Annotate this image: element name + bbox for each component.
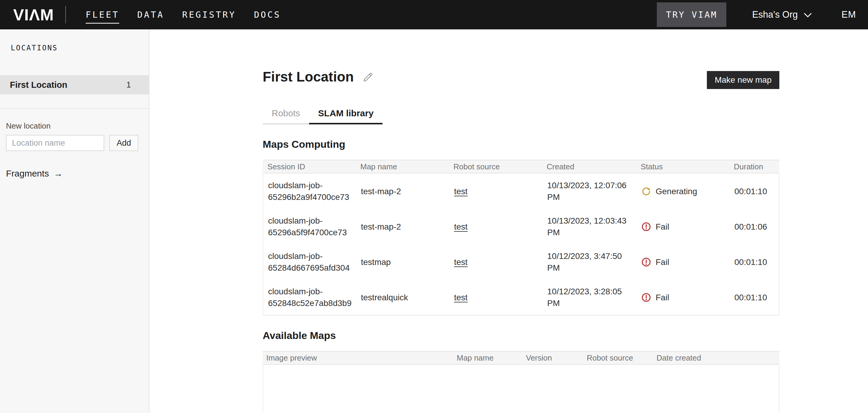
fail-alert-icon (641, 222, 651, 232)
robot-source-link[interactable]: test (454, 258, 468, 267)
col-status: Status (636, 162, 729, 171)
locations-sidebar: LOCATIONS First Location 1 New location … (0, 29, 150, 413)
fragments-label: Fragments (6, 169, 49, 179)
maps-computing-body: cloudslam-job-65296b2a9f4700ce73 test-ma… (263, 174, 779, 316)
tab-robots[interactable]: Robots (263, 108, 309, 124)
col-created: Created (542, 162, 636, 171)
top-nav: VIΛM FLEET DATA REGISTRY DOCS TRY VIAM E… (0, 0, 868, 29)
arrow-right-icon: → (54, 169, 63, 179)
nav-link-registry[interactable]: REGISTRY (182, 9, 236, 20)
available-maps-empty-body (263, 365, 779, 413)
status-label: Fail (656, 256, 669, 268)
robot-source-cell: test (449, 185, 542, 197)
location-robot-count: 1 (126, 80, 131, 90)
map-name-cell: test-map-2 (356, 221, 449, 233)
location-name: First Location (10, 80, 67, 90)
nav-link-fleet[interactable]: FLEET (86, 9, 119, 24)
location-name-input[interactable] (6, 135, 104, 151)
robot-source-cell: test (449, 221, 542, 233)
duration-cell: 00:01:10 (730, 256, 779, 268)
org-switcher[interactable]: Esha's Org (752, 9, 811, 20)
page-title: First Location (263, 70, 354, 84)
col-session-id: Session ID (263, 162, 355, 171)
col-duration: Duration (729, 162, 779, 171)
col-image-preview: Image preview (263, 353, 453, 363)
maps-computing-table: Session ID Map name Robot source Created… (263, 160, 779, 316)
try-viam-button[interactable]: TRY VIAM (657, 2, 726, 27)
user-menu[interactable]: EM (842, 9, 856, 20)
status-label: Fail (656, 221, 669, 233)
col-date-created: Date created (653, 353, 779, 363)
tabs: Robots SLAM library (263, 108, 779, 124)
col-map-name: Map name (355, 162, 449, 171)
session-id-cell: cloudslam-job-65284d667695afd304 (263, 250, 356, 274)
created-cell: 10/12/2023, 3:47:50 PM (542, 250, 637, 274)
col-map-name: Map name (453, 353, 522, 363)
table-row: cloudslam-job-65296b2a9f4700ce73 test-ma… (263, 174, 779, 209)
map-name-cell: testrealquick (356, 292, 449, 303)
edit-pencil-icon[interactable] (363, 71, 373, 84)
available-maps-header-row: Image preview Map name Version Robot sou… (263, 351, 779, 365)
robot-source-cell: test (449, 256, 542, 268)
available-maps-heading: Available Maps (263, 329, 779, 342)
map-name-cell: test-map-2 (356, 185, 449, 197)
org-name: Esha's Org (752, 9, 798, 20)
session-id-cell: cloudslam-job-652848c52e7ab8d3b9 (263, 286, 356, 309)
nav-divider (65, 6, 66, 23)
col-version: Version (522, 353, 583, 363)
created-cell: 10/13/2023, 12:03:43 PM (542, 215, 637, 238)
tab-slam-library[interactable]: SLAM library (309, 108, 382, 124)
status-cell: Generating (637, 185, 730, 197)
duration-cell: 00:01:10 (730, 292, 779, 303)
status-cell: Fail (637, 256, 730, 268)
duration-cell: 00:01:06 (730, 221, 779, 233)
add-location-button[interactable]: Add (109, 135, 138, 151)
status-cell: Fail (637, 221, 730, 233)
maps-computing-heading: Maps Computing (263, 138, 779, 151)
robot-source-cell: test (449, 292, 542, 303)
fragments-link[interactable]: Fragments → (6, 169, 63, 179)
status-label: Fail (656, 292, 669, 303)
maps-computing-header-row: Session ID Map name Robot source Created… (263, 160, 779, 174)
title-row: First Location Make new map (263, 70, 779, 89)
new-location-label: New location (6, 121, 149, 131)
chevron-down-icon (804, 9, 812, 20)
session-id-cell: cloudslam-job-65296a5f9f4700ce73 (263, 215, 356, 238)
new-location-row: Add (6, 135, 149, 151)
created-cell: 10/12/2023, 3:28:05 PM (542, 286, 637, 309)
available-maps-table: Image preview Map name Version Robot sou… (263, 351, 779, 413)
nav-links: FLEET DATA REGISTRY DOCS (86, 9, 281, 20)
status-cell: Fail (637, 292, 730, 303)
col-robot-source: Robot source (449, 162, 542, 171)
generating-refresh-icon (641, 186, 651, 196)
robot-source-link[interactable]: test (454, 187, 468, 196)
content: LOCATIONS First Location 1 New location … (0, 29, 868, 413)
created-cell: 10/13/2023, 12:07:06 PM (542, 179, 637, 203)
fail-alert-icon (641, 257, 651, 267)
table-row: cloudslam-job-652848c52e7ab8d3b9 testrea… (263, 279, 779, 315)
make-new-map-button[interactable]: Make new map (707, 71, 779, 89)
sidebar-divider (0, 108, 149, 109)
viam-app: VIΛM FLEET DATA REGISTRY DOCS TRY VIAM E… (0, 0, 868, 413)
col-robot-source: Robot source (583, 353, 653, 363)
session-id-cell: cloudslam-job-65296b2a9f4700ce73 (263, 179, 356, 203)
duration-cell: 00:01:10 (730, 185, 779, 197)
robot-source-link[interactable]: test (454, 293, 468, 302)
status-label: Generating (656, 185, 697, 197)
table-row: cloudslam-job-65284d667695afd304 testmap… (263, 244, 779, 279)
main-panel: First Location Make new map Robots SLAM … (150, 29, 868, 413)
fail-alert-icon (641, 293, 651, 302)
nav-link-docs[interactable]: DOCS (254, 9, 281, 20)
table-row: cloudslam-job-65296a5f9f4700ce73 test-ma… (263, 209, 779, 244)
viam-logo[interactable]: VIΛM (13, 7, 54, 23)
sidebar-heading: LOCATIONS (0, 29, 149, 52)
robot-source-link[interactable]: test (454, 222, 468, 231)
map-name-cell: testmap (356, 256, 449, 268)
sidebar-item-first-location[interactable]: First Location 1 (0, 75, 149, 94)
nav-link-data[interactable]: DATA (137, 9, 164, 20)
